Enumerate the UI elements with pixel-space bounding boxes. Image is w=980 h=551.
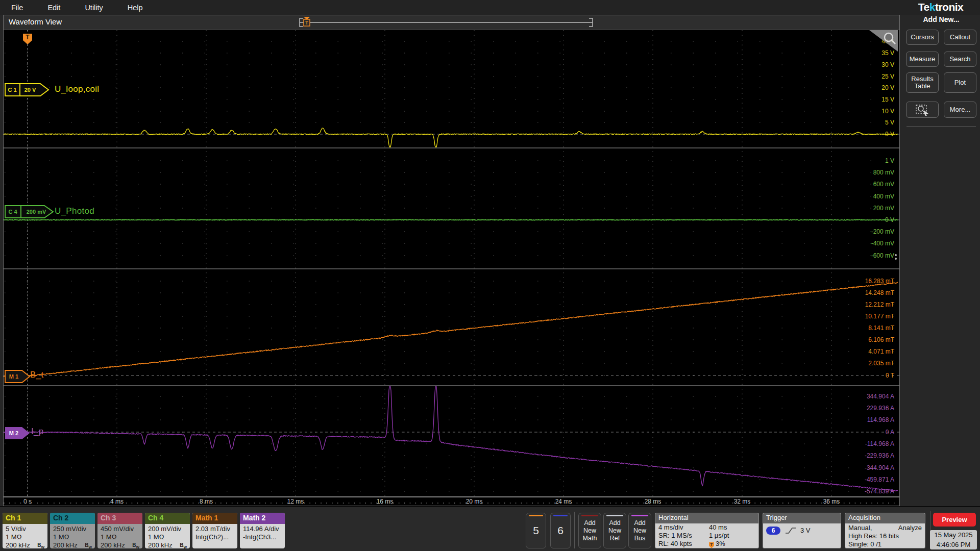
preview-button[interactable]: Preview [933, 513, 976, 527]
bottom-bar-separator [574, 512, 575, 548]
math1-function: Intg(Ch2)... [192, 533, 237, 541]
bandwidth-limit-icon: BW [85, 541, 92, 548]
trigger-position-mini-icon: T [709, 542, 714, 548]
zoom-selection-button[interactable] [906, 102, 939, 118]
math2-scale: 114.96 A/div [240, 525, 285, 533]
channel1-badge-scale: 20 V [24, 87, 36, 93]
ch2-impedance: 1 MΩ [50, 533, 95, 541]
results-table-button[interactable]: Results Table [906, 72, 939, 93]
ch1-badge-title: Ch 1 [3, 513, 47, 524]
rising-edge-icon [785, 527, 796, 535]
math2-trace-label[interactable]: I_p [31, 427, 44, 437]
ch4-scale: 200 mV/div [145, 525, 190, 533]
ch1-bandwidth: 200 kHzBW [3, 541, 47, 548]
waveform-view-header: Waveform View T [4, 15, 899, 30]
ch3-settings-badge[interactable]: Ch 3 450 mV/div 1 MΩ 200 kHzBW [97, 513, 142, 548]
date-text: 15 May 2025 [930, 530, 977, 540]
channel4-badge-id: C 4 [8, 209, 17, 215]
ref-color-stripe [606, 515, 623, 516]
ch4-bandwidth: 200 kHzBW [145, 541, 190, 548]
channel4-badge-scale: 200 mV [27, 209, 46, 215]
datetime-display[interactable]: 15 May 2025 4:46:06 PM [930, 530, 977, 549]
channel5-button[interactable]: 5 [526, 513, 546, 548]
overview-trigger-label: T [305, 20, 308, 26]
channel1-badge[interactable]: C 1 20 V [5, 83, 50, 96]
trace-ch4 [4, 219, 898, 220]
trigger-panel-title: Trigger [763, 513, 841, 523]
more-button[interactable]: More... [944, 102, 976, 118]
channel5-number: 5 [526, 524, 546, 537]
math1-settings-badge[interactable]: Math 1 2.03 mT/div Intg(Ch2)... [192, 513, 237, 548]
ch3-bandwidth: 200 kHzBW [97, 541, 142, 548]
acquisition-panel[interactable]: Acquisition Manual,Analyze High Res: 16 … [845, 513, 925, 548]
ch2-badge-title: Ch 2 [50, 513, 95, 524]
acquisition-resolution-row: High Res: 16 bits [845, 532, 925, 540]
ch2-bandwidth: 200 kHzBW [50, 541, 95, 548]
math1-badge-id: M 1 [9, 373, 18, 380]
math1-badge-title: Math 1 [192, 513, 237, 524]
menu-file[interactable]: File [11, 4, 23, 12]
math2-badge[interactable]: M 2 [5, 427, 31, 440]
add-new-panel: Add New... Cursors Callout Measure Searc… [905, 15, 977, 127]
bandwidth-limit-icon: BW [180, 541, 187, 548]
math1-trace-label[interactable]: B_t [30, 370, 43, 380]
bottom-settings-bar: Ch 1 5 V/div 1 MΩ 200 kHzBW Ch 2 250 mV/… [0, 506, 980, 551]
ch4-badge-title: Ch 4 [145, 513, 190, 524]
channel5-color-stripe [529, 515, 543, 516]
menu-utility[interactable]: Utility [85, 4, 103, 12]
channel1-trace-label[interactable]: U_loop,coil [55, 84, 99, 94]
ch4-settings-badge[interactable]: Ch 4 200 mV/div 1 MΩ 200 kHzBW [145, 513, 190, 548]
oscilloscope-app: File Edit Utility Help Waveform View T 4… [0, 0, 980, 551]
channel6-color-stripe [553, 515, 568, 516]
right-sidebar: Tektronix Add New... Cursors Callout Mea… [902, 0, 979, 506]
math1-badge[interactable]: M 1 [5, 370, 31, 383]
zoom-selection-icon [915, 104, 930, 116]
channel1-badge-id: C 1 [8, 87, 16, 93]
horizontal-panel[interactable]: Horizontal 4 ms/div40 ms SR: 1 MS/s1 µs/… [655, 513, 759, 548]
trigger-panel[interactable]: Trigger 6 3 V [763, 513, 841, 548]
bus-color-stripe [631, 515, 648, 516]
ch2-scale: 250 mV/div [50, 525, 95, 533]
callout-button[interactable]: Callout [944, 30, 976, 45]
horizontal-row-recordlength: RL: 40 kpts T3% [655, 540, 758, 548]
pane-resize-handle[interactable] [895, 253, 897, 261]
measure-button[interactable]: Measure [906, 52, 939, 67]
acquisition-overview-bar[interactable]: T [296, 15, 597, 29]
add-new-title: Add New... [905, 15, 977, 23]
add-new-bus-button[interactable]: AddNewBus [628, 513, 651, 548]
ch4-impedance: 1 MΩ [145, 533, 190, 541]
menu-bar: File Edit Utility Help [0, 0, 980, 15]
acquisition-single-row: Single: 0 /1 [845, 540, 925, 548]
math2-settings-badge[interactable]: Math 2 114.96 A/div -Intg(Ch3... [240, 513, 285, 548]
channel4-trace-label[interactable]: U_Photod [55, 206, 94, 216]
waveform-view-title: Waveform View [9, 17, 62, 26]
waveform-canvas [4, 29, 899, 506]
ch1-scale: 5 V/div [3, 525, 47, 533]
graticule[interactable]: 40 V35 V30 V25 V20 V15 V10 V5 V0 V1 V800… [4, 29, 899, 506]
ch1-settings-badge[interactable]: Ch 1 5 V/div 1 MΩ 200 kHzBW [3, 513, 47, 548]
channel6-number: 6 [551, 524, 570, 537]
horizontal-row-samplerate: SR: 1 MS/s1 µs/pt [655, 532, 758, 540]
add-new-math-button[interactable]: AddNewMath [578, 513, 601, 548]
ch3-badge-title: Ch 3 [97, 513, 142, 524]
plot-button[interactable]: Plot [944, 72, 976, 93]
menu-help[interactable]: Help [128, 4, 143, 12]
menu-edit[interactable]: Edit [47, 4, 60, 12]
trigger-source-pill: 6 [766, 527, 780, 535]
trace-math1 [4, 282, 898, 377]
search-button[interactable]: Search [944, 52, 976, 67]
sidebar-divider [906, 126, 976, 127]
cursors-button[interactable]: Cursors [906, 30, 939, 45]
math2-function: -Intg(Ch3... [240, 533, 285, 541]
ch2-settings-badge[interactable]: Ch 2 250 mV/div 1 MΩ 200 kHzBW [50, 513, 95, 548]
ch3-impedance: 1 MΩ [97, 533, 142, 541]
channel4-badge[interactable]: C 4 200 mV [5, 205, 54, 218]
ch3-scale: 450 mV/div [97, 525, 142, 533]
channel6-button[interactable]: 6 [550, 513, 571, 548]
acquisition-mode-row: Manual,Analyze [845, 524, 925, 532]
bandwidth-limit-icon: BW [37, 541, 44, 548]
add-new-ref-button[interactable]: AddNewRef [603, 513, 626, 548]
trace-ch1 [4, 128, 898, 147]
time-text: 4:46:06 PM [930, 540, 977, 549]
math2-badge-title: Math 2 [240, 513, 285, 524]
